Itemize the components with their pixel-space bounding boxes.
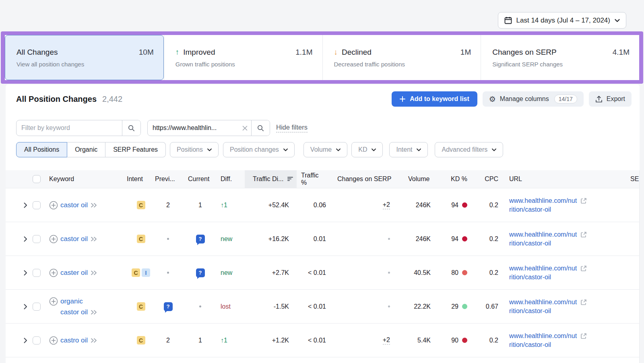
column-header-current[interactable]: Current [185,175,215,183]
volume-value: 22.2K [402,303,431,310]
url-link[interactable]: www.healthline.com/nutrition/castor-oil [509,196,577,214]
keyword-filter-input[interactable] [17,120,122,136]
add-keyword-icon[interactable] [49,201,58,210]
tab-changes-on-serp[interactable]: Changes on SERP 4.1M Significant SERP ch… [481,35,639,80]
volume-value: 5.4K [402,337,431,344]
position-changes-table: Keyword Intent Previ... Current Diff. Tr… [6,170,640,363]
chevron-down-icon [207,148,212,151]
column-header-diff[interactable]: Diff. [219,175,242,183]
expand-row-button[interactable] [23,269,28,276]
url-filter-input[interactable] [148,120,238,136]
external-link-icon[interactable] [580,198,587,204]
add-to-keyword-list-button[interactable]: Add to keyword list [392,91,477,107]
expand-row-button[interactable] [23,235,28,243]
row-checkbox[interactable] [33,303,41,311]
keyword-link[interactable]: castor oil [60,201,88,209]
traffic-pct-value: < 0.01 [297,303,328,310]
tab-subtitle: View all position changes [17,61,154,68]
advanced-filters-dropdown[interactable]: Advanced filters [435,142,503,157]
url-link[interactable]: www.healthline.com/nutrition/castor-oil [509,332,577,349]
volume-value: 40.5K [402,269,431,276]
column-header-volume[interactable]: Volume [402,175,431,183]
tab-count: 10M [139,48,154,57]
url-link[interactable]: www.healthline.com/nutrition/castor-oil [509,298,577,316]
url-link[interactable]: www.healthline.com/nutrition/castor-oil [509,264,577,282]
chevron-right-icon [24,338,27,343]
chevron-down-icon [417,148,421,151]
add-keyword-icon[interactable] [49,268,58,277]
traffic-diff-value: +1.2K [245,337,297,344]
url-search-button[interactable] [251,120,270,136]
export-button[interactable]: Export [589,91,632,107]
all-position-changes-panel: All Position Changes 2,442 Add to keywor… [6,85,640,363]
double-chevron-icon[interactable] [91,310,97,315]
keyword-link[interactable]: castor oil [60,235,88,243]
external-link-icon[interactable] [580,231,587,238]
close-icon [242,126,248,131]
double-chevron-icon[interactable] [91,237,97,241]
position-diff: new [221,235,232,243]
position-changes-filter-dropdown[interactable]: Position changes [223,142,295,157]
serp-changes-link[interactable]: +2 [383,201,390,209]
segment-all-positions[interactable]: All Positions [16,142,67,157]
intent-filter-dropdown[interactable]: Intent [389,142,428,157]
hide-filters-link[interactable]: Hide filters [276,124,308,132]
url-link[interactable]: www.healthline.com/nutrition/castor-oil [509,230,577,248]
external-link-icon[interactable] [580,333,587,339]
column-header-traffic-pct[interactable]: Traffic % [297,172,328,186]
double-chevron-icon[interactable] [91,270,97,275]
kd-filter-dropdown[interactable]: KD [351,142,383,157]
plus-icon [400,96,405,102]
clear-url-filter-button[interactable] [238,120,251,136]
add-keyword-icon[interactable] [49,297,58,306]
intent-badge-commercial: C [132,268,140,277]
calendar-icon [504,16,512,24]
column-header-keyword[interactable]: Keyword [49,175,121,183]
expand-row-button[interactable] [23,202,28,209]
double-chevron-icon[interactable] [91,338,97,343]
column-header-traffic-diff-sorted[interactable]: Traffic Di... [245,170,297,188]
tab-subtitle: Grown traffic positions [175,61,313,68]
keyword-link[interactable]: castro oil [60,336,88,344]
external-link-icon[interactable] [580,265,587,272]
tab-declined[interactable]: ↓ Declined 1M Decreased traffic position… [322,35,481,80]
cpc-value: 0.67 [475,303,498,310]
column-header-serp-snapshot[interactable]: SE [612,175,639,183]
row-checkbox[interactable] [33,336,41,344]
tab-count: 1M [460,48,471,57]
row-checkbox[interactable] [33,201,41,209]
row-checkbox[interactable] [33,235,41,243]
select-all-checkbox[interactable] [33,175,41,183]
external-link-icon[interactable] [580,299,587,305]
expand-row-button[interactable] [23,303,28,310]
keyword-search-button[interactable] [122,120,140,136]
position-diff: ↑1 [221,202,227,209]
column-header-intent[interactable]: Intent [127,175,155,183]
serp-changes-link[interactable]: +2 [383,336,390,344]
keyword-link[interactable]: organiccastor oil [60,297,88,316]
volume-filter-dropdown[interactable]: Volume [303,142,347,157]
search-icon [128,125,135,132]
column-header-changes-on-serp[interactable]: Changes on SERP [337,175,393,183]
manage-columns-button[interactable]: ⚙ Manage columns 14/17 [483,91,584,107]
double-chevron-icon[interactable] [91,203,97,208]
segment-organic[interactable]: Organic [67,142,105,157]
tab-improved[interactable]: ↑ Improved 1.1M Grown traffic positions [164,35,322,80]
column-header-cpc[interactable]: CPC [475,175,498,183]
intent-badge-informational: I [142,268,150,277]
column-header-url[interactable]: URL [509,175,612,183]
chevron-right-icon [24,236,27,242]
row-checkbox[interactable] [33,269,41,277]
tab-all-changes[interactable]: All Changes 10M View all position change… [5,35,164,80]
positions-filter-dropdown[interactable]: Positions [170,142,219,157]
keyword-link[interactable]: caster oil [60,269,88,276]
column-header-kd[interactable]: KD % [441,175,469,183]
column-header-previous[interactable]: Previ... [155,175,181,183]
segment-serp-features[interactable]: SERP Features [105,142,166,157]
add-keyword-icon[interactable] [49,336,58,345]
chevron-right-icon [24,270,27,276]
people-also-ask-icon: ? [196,268,205,277]
expand-row-button[interactable] [23,337,28,344]
date-range-button[interactable]: Last 14 days (Jul 4 – 17, 2024) [498,12,626,29]
add-keyword-icon[interactable] [49,235,58,243]
